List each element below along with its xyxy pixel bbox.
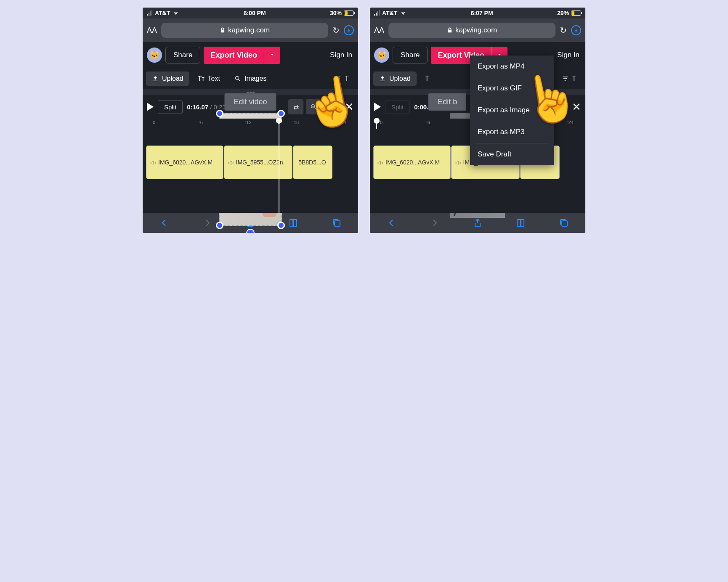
text-label: T [425,75,429,82]
loop-button[interactable]: ⇄ [288,99,303,114]
upload-label: Upload [162,75,183,82]
search-icon [234,75,241,82]
forward-button[interactable] [430,218,440,228]
back-button[interactable] [386,218,396,228]
export-dropdown-toggle[interactable] [264,47,280,64]
downloads-button[interactable] [344,25,354,35]
reload-button[interactable]: ↻ [560,25,567,35]
downloads-button[interactable] [571,25,581,35]
timeline-clip[interactable]: ◁▷IMG_6020...AGvX.M [146,146,223,179]
play-button[interactable] [147,103,154,111]
time-current: 0:16.07 [187,103,208,111]
upload-icon [152,75,159,82]
status-bar: AT&T 6:07 PM 29% [370,8,585,19]
edit-chip[interactable]: Edit b [428,93,466,111]
images-label: Images [244,75,266,82]
clock: 6:07 PM [471,10,493,16]
sign-in-link[interactable]: Sign In [555,51,581,59]
resize-handle-tr[interactable] [277,110,285,117]
clip-label: IMG_5955...OZ3n. [236,159,285,166]
status-bar: AT&T 6:00 PM 30% [143,8,358,19]
url-field[interactable]: kapwing.com [388,23,555,38]
clip-label: IMG_6020...AGvX.M [385,159,440,166]
forward-button[interactable] [202,218,213,228]
carrier-label: AT&T [382,10,397,16]
ruler-tick: :18 [292,120,299,125]
text-size-button[interactable]: AA [147,26,157,35]
resize-handle-br[interactable] [277,222,285,229]
clock: 6:00 PM [244,10,266,16]
chevron-down-icon [269,52,275,58]
share-sheet-button[interactable] [473,218,483,228]
battery-percent: 30% [330,10,342,16]
save-draft-option[interactable]: Save Draft [470,143,554,165]
wifi-icon [400,11,407,16]
url-field[interactable]: kapwing.com [161,23,328,38]
annotation-pointer: ☝️ [299,74,358,130]
timeline-clip[interactable]: 5B8D5...O [293,146,332,179]
ruler-tick: :0 [151,120,155,125]
reload-button[interactable]: ↻ [332,25,340,35]
svg-rect-3 [335,221,340,226]
svg-rect-6 [562,221,567,226]
text-size-button[interactable]: AA [374,26,384,35]
avatar[interactable]: 🐱 [374,48,389,63]
split-button[interactable]: Split [158,100,183,114]
app-header: 🐱 Share Export Video Sign In [143,42,358,68]
browser-address-bar: AA kapwing.com ↻ [143,19,358,42]
timeline-tracks[interactable]: ◁▷IMG_6020...AGvX.M ◁▷IMG_5955...OZ3n. 5… [143,129,358,213]
sign-in-link[interactable]: Sign In [328,51,354,59]
resize-handle-bl[interactable] [216,222,223,229]
phone-left: AT&T 6:00 PM 30% AA kapwing.com ↻ 🐱 Shar… [143,8,358,233]
clip-label: IMG_6020...AGvX.M [158,159,213,166]
share-button[interactable]: Share [165,47,200,63]
text-tool[interactable]: TT Text [192,71,226,86]
ruler-tick: :6 [426,120,430,125]
upload-icon [379,75,386,82]
phone-right: AT&T 6:07 PM 29% AA kapwing.com ↻ 🐱 Shar… [370,8,585,233]
battery-percent: 29% [557,10,569,16]
images-tool[interactable]: Images [228,71,272,86]
upload-label: Upload [389,75,411,82]
upload-tool[interactable]: Upload [146,71,189,86]
battery-icon [344,11,354,16]
browser-address-bar: AA kapwing.com ↻ [370,19,585,42]
timeline-clip[interactable]: ◁▷IMG_5955...OZ3n. [224,146,293,179]
export-button[interactable]: Export Video [204,47,264,64]
ruler-tick: :12 [245,120,251,125]
playhead-line[interactable] [279,119,279,213]
avatar[interactable]: 🐱 [147,48,162,63]
url-text: kapwing.com [455,26,497,34]
url-text: kapwing.com [228,26,270,34]
text-icon: TT [198,75,205,82]
play-button[interactable] [374,103,381,111]
lock-icon [447,27,453,33]
svg-point-0 [236,76,239,79]
annotation-pointer: ☝️ [517,70,582,126]
ruler-tick: :6 [199,120,203,125]
tabs-button[interactable] [559,218,569,228]
clip-label: 5B8D5...O [298,159,326,166]
bookmarks-button[interactable] [288,218,298,228]
back-button[interactable] [159,218,169,228]
signal-icon [147,11,152,16]
timeline-clip[interactable]: ◁▷IMG_6020...AGvX.M [373,146,451,179]
bookmarks-button[interactable] [515,218,526,228]
share-button[interactable]: Share [393,47,428,63]
edit-video-chip[interactable]: Edit video [224,93,276,111]
upload-tool[interactable]: Upload [373,71,417,86]
battery-icon [571,11,581,16]
text-tool[interactable]: T [419,71,435,86]
signal-icon [374,11,380,16]
wifi-icon [173,11,179,16]
carrier-label: AT&T [155,10,170,16]
tabs-button[interactable] [332,218,342,228]
resize-handle-tl[interactable] [216,110,223,117]
text-label: Text [208,75,220,82]
lock-icon [220,27,226,33]
split-button[interactable]: Split [385,100,410,114]
playhead[interactable] [376,119,377,129]
